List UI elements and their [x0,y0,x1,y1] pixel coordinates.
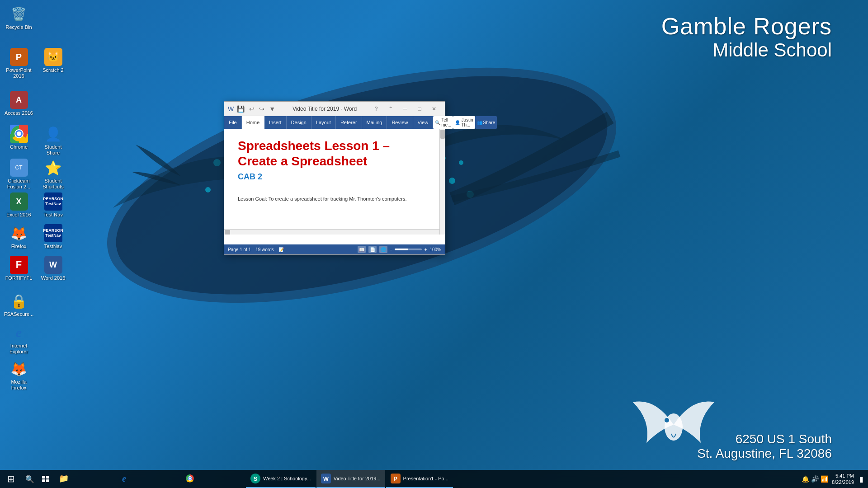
taskbar-chrome-pin[interactable] [181,470,244,488]
school-name-line2: Middle School [661,39,832,61]
fortify-icon: F [10,256,28,274]
start-button[interactable]: ⊞ [0,470,22,488]
desktop-icon-word[interactable]: W Word 2016 [36,253,70,284]
schoology-icon: S [250,474,260,483]
clock[interactable]: 5:41 PM 8/22/2019 [832,473,854,486]
document-body[interactable]: Lesson Goal: To create a spreadsheet for… [238,196,431,202]
page-indicator: Page 1 of 1 [228,247,251,252]
school-branding: Gamble Rogers Middle School [661,14,832,61]
taskbar-word[interactable]: W Video Title for 2019... [316,470,385,488]
desktop-icon-scratch[interactable]: 🐱 Scratch 2 [36,45,70,76]
scroll-thumb[interactable] [440,130,445,139]
desktop-icon-access[interactable]: A Access 2016 [2,88,36,119]
student-share-label: Student Share [38,144,68,156]
tab-insert[interactable]: Insert [264,116,287,129]
taskbar-schoology[interactable]: S Week 2 | Schoology... [246,470,316,488]
recycle-bin-label: Recycle Bin [5,24,32,30]
desktop-icon-mozilla[interactable]: 🦊 Mozilla Firefox [2,357,36,394]
save-quick-btn[interactable]: 💾 [236,105,246,113]
ie-label: Internet Explorer [4,343,34,355]
vertical-scrollbar[interactable] [439,129,445,235]
network-icon[interactable]: 📶 [821,475,828,483]
word-count: 19 words [255,247,274,252]
read-view-btn[interactable]: 📖 [358,246,366,253]
clickteam-label: Clickteam Fusion 2... [4,178,34,190]
desktop-icon-student-share[interactable]: 👤 Student Share [36,122,70,159]
search-button[interactable]: 🔍 [22,471,38,487]
desktop-icon-powerpoint[interactable]: P PowerPoint 2016 [2,45,36,82]
access-icon: A [10,91,28,109]
schoology-label: Week 2 | Schoology... [263,476,311,481]
chrome-icon [10,125,28,143]
tab-view[interactable]: View [413,116,434,129]
tell-me-btn[interactable]: 🔍 Tell me... [433,116,453,129]
tab-layout[interactable]: Layout [311,116,336,129]
scratch-icon: 🐱 [44,48,62,66]
document-subtitle: CAB 2 [238,172,431,182]
word-icon: W [44,256,62,274]
tab-home[interactable]: Home [242,116,264,129]
taskbar-system-tray: 🔔 🔊 📶 5:41 PM 8/22/2019 ▮ [802,473,868,486]
close-btn[interactable]: ✕ [427,103,441,114]
desktop-icon-ie[interactable]: e Internet Explorer [2,321,36,357]
tab-file[interactable]: File [224,116,242,129]
user-account[interactable]: 👤 Justin Th... [453,116,475,129]
school-name-line1: Gamble Rogers [661,14,832,39]
desktop-icon-chrome[interactable]: Chrome [2,122,36,153]
school-address: 6250 US 1 South St. Augustine, FL 32086 [697,432,832,461]
desktop-icon-testnav-pearson[interactable]: PEARSONTestNav Test Nav [36,190,70,221]
undo-btn[interactable]: ↩ [248,105,256,113]
share-btn[interactable]: 👥 Share [475,116,497,129]
time-display: 5:41 PM [832,473,854,479]
excel-label: Excel 2016 [6,212,31,218]
status-right: 📖 📄 🌐 - + 100% [358,246,441,253]
clickteam-icon: CT [10,159,28,177]
volume-icon[interactable]: 🔊 [811,475,819,483]
help-btn[interactable]: ? [369,103,383,114]
web-view-btn[interactable]: 🌐 [379,246,387,253]
notification-icon[interactable]: 🔔 [802,475,809,483]
svg-point-41 [17,131,21,136]
address-line1: 6250 US 1 South [697,432,832,446]
ribbon-toggle-btn[interactable]: ⌃ [383,103,398,114]
svg-rect-43 [46,476,49,479]
maximize-btn[interactable]: □ [412,103,427,114]
svg-rect-44 [42,479,45,482]
testnav2-icon: PEARSONTestNav [44,224,62,242]
desktop-icon-excel[interactable]: X Excel 2016 [2,190,36,221]
date-display: 8/22/2019 [832,479,854,485]
desktop-icon-clickteam[interactable]: CT Clickteam Fusion 2... [2,156,36,192]
taskbar-edge[interactable]: e [118,470,181,488]
tab-references[interactable]: Referer [336,116,362,129]
fsa-label: FSASecure... [4,311,33,317]
address-line2: St. Augustine, FL 32086 [697,446,832,461]
zoom-out-btn[interactable]: - [390,247,392,252]
word-app-icon: W [228,105,234,113]
taskbar-file-explorer[interactable]: 📁 [54,470,118,488]
zoom-slider[interactable] [395,249,422,250]
customize-btn[interactable]: ▼ [268,105,277,113]
task-view-button[interactable] [38,471,54,487]
tab-review[interactable]: Review [387,116,413,129]
mozilla-icon: 🦊 [10,360,28,378]
window-controls: ? ⌃ ─ □ ✕ [369,103,441,114]
document-content: Spreadsheets Lesson 1 – Create a Spreads… [224,129,445,244]
show-desktop-btn[interactable]: ▮ [859,475,863,483]
desktop-icon-student-shortcuts[interactable]: ⭐ Student Shortcuts [36,156,70,192]
h-scroll-thumb[interactable] [225,230,230,235]
print-view-btn[interactable]: 📄 [368,246,377,253]
tab-mailings[interactable]: Mailing [362,116,387,129]
spell-check-icon: 📝 [278,247,284,252]
desktop-icon-recycle-bin[interactable]: 🗑️ Recycle Bin [2,2,36,33]
horizontal-scrollbar[interactable] [224,229,439,235]
tab-design[interactable]: Design [287,116,311,129]
desktop-icon-firefox[interactable]: 🦊 Firefox [2,221,36,252]
desktop-icon-fsa[interactable]: 🔒 FSASecure... [2,289,36,320]
minimize-btn[interactable]: ─ [398,103,412,114]
redo-btn[interactable]: ↪ [258,105,266,113]
desktop-icon-fortifyfl[interactable]: F FORTIFYFL [2,253,36,284]
zoom-in-btn[interactable]: + [425,247,427,252]
taskbar-powerpoint[interactable]: P Presentation1 - Po... [386,470,453,488]
desktop-icon-testnav2[interactable]: PEARSONTestNav TestNav [36,221,70,252]
window-title: Video Title for 2019 - Word [280,106,369,112]
